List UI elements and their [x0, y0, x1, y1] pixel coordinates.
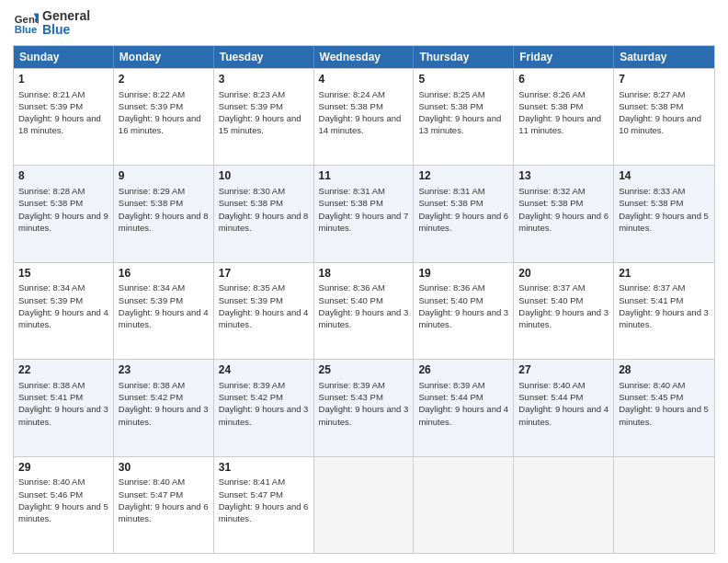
cal-cell-w2-5: 20Sunrise: 8:37 AMSunset: 5:40 PMDayligh…	[514, 263, 614, 359]
cal-cell-w4-6	[614, 457, 714, 553]
col-header-friday: Friday	[514, 46, 614, 68]
cal-cell-w2-2: 17Sunrise: 8:35 AMSunset: 5:39 PMDayligh…	[214, 263, 314, 359]
cal-cell-w3-6: 28Sunrise: 8:40 AMSunset: 5:45 PMDayligh…	[614, 360, 714, 455]
cal-cell-w0-2: 3Sunrise: 8:23 AMSunset: 5:39 PMDaylight…	[214, 69, 314, 165]
cal-cell-w1-1: 9Sunrise: 8:29 AMSunset: 5:38 PMDaylight…	[114, 166, 214, 261]
cal-cell-w3-5: 27Sunrise: 8:40 AMSunset: 5:44 PMDayligh…	[514, 360, 614, 455]
cal-cell-w4-1: 30Sunrise: 8:40 AMSunset: 5:47 PMDayligh…	[114, 457, 214, 553]
calendar-row-0: 1Sunrise: 8:21 AMSunset: 5:39 PMDaylight…	[14, 68, 714, 165]
cal-cell-w2-6: 21Sunrise: 8:37 AMSunset: 5:41 PMDayligh…	[614, 263, 714, 359]
cal-cell-w2-1: 16Sunrise: 8:34 AMSunset: 5:39 PMDayligh…	[114, 263, 214, 359]
col-header-monday: Monday	[114, 46, 214, 68]
calendar-row-2: 15Sunrise: 8:34 AMSunset: 5:39 PMDayligh…	[14, 262, 714, 359]
cal-cell-w0-3: 4Sunrise: 8:24 AMSunset: 5:38 PMDaylight…	[314, 69, 415, 165]
col-header-tuesday: Tuesday	[214, 46, 314, 68]
header: General Blue General Blue	[13, 9, 715, 38]
calendar-row-3: 22Sunrise: 8:38 AMSunset: 5:41 PMDayligh…	[14, 359, 714, 455]
calendar-row-4: 29Sunrise: 8:40 AMSunset: 5:46 PMDayligh…	[14, 456, 714, 553]
cal-cell-w3-3: 25Sunrise: 8:39 AMSunset: 5:43 PMDayligh…	[314, 360, 415, 455]
cal-cell-w4-5	[514, 457, 614, 553]
page: General Blue General Blue SundayMondayTu…	[0, 0, 728, 563]
cal-cell-w4-3	[314, 457, 415, 553]
cal-cell-w3-2: 24Sunrise: 8:39 AMSunset: 5:42 PMDayligh…	[214, 360, 314, 455]
svg-text:Blue: Blue	[15, 25, 38, 36]
logo-icon: General Blue	[13, 10, 39, 36]
logo: General Blue General Blue	[13, 9, 90, 38]
cal-cell-w1-0: 8Sunrise: 8:28 AMSunset: 5:38 PMDaylight…	[14, 166, 114, 261]
cal-cell-w1-5: 13Sunrise: 8:32 AMSunset: 5:38 PMDayligh…	[514, 166, 614, 261]
cal-cell-w1-4: 12Sunrise: 8:31 AMSunset: 5:38 PMDayligh…	[414, 166, 514, 261]
cal-cell-w4-4	[414, 457, 514, 553]
col-header-saturday: Saturday	[614, 46, 714, 68]
cal-cell-w0-6: 7Sunrise: 8:27 AMSunset: 5:38 PMDaylight…	[614, 69, 714, 165]
cal-cell-w2-4: 19Sunrise: 8:36 AMSunset: 5:40 PMDayligh…	[414, 263, 514, 359]
cal-cell-w2-0: 15Sunrise: 8:34 AMSunset: 5:39 PMDayligh…	[14, 263, 114, 359]
cal-cell-1: 1Sunrise: 8:21 AMSunset: 5:39 PMDaylight…	[14, 69, 114, 165]
cal-cell-w3-4: 26Sunrise: 8:39 AMSunset: 5:44 PMDayligh…	[414, 360, 514, 455]
cal-cell-w4-0: 29Sunrise: 8:40 AMSunset: 5:46 PMDayligh…	[14, 457, 114, 553]
calendar-header: SundayMondayTuesdayWednesdayThursdayFrid…	[14, 46, 714, 68]
cal-cell-w3-1: 23Sunrise: 8:38 AMSunset: 5:42 PMDayligh…	[114, 360, 214, 455]
cal-cell-w1-2: 10Sunrise: 8:30 AMSunset: 5:38 PMDayligh…	[214, 166, 314, 261]
cal-cell-w2-3: 18Sunrise: 8:36 AMSunset: 5:40 PMDayligh…	[314, 263, 415, 359]
cal-cell-w3-0: 22Sunrise: 8:38 AMSunset: 5:41 PMDayligh…	[14, 360, 114, 455]
col-header-wednesday: Wednesday	[314, 46, 415, 68]
cal-cell-w0-1: 2Sunrise: 8:22 AMSunset: 5:39 PMDaylight…	[114, 69, 214, 165]
cal-cell-w0-5: 6Sunrise: 8:26 AMSunset: 5:38 PMDaylight…	[514, 69, 614, 165]
cal-cell-w4-2: 31Sunrise: 8:41 AMSunset: 5:47 PMDayligh…	[214, 457, 314, 553]
cal-cell-w1-3: 11Sunrise: 8:31 AMSunset: 5:38 PMDayligh…	[314, 166, 415, 261]
cal-cell-w1-6: 14Sunrise: 8:33 AMSunset: 5:38 PMDayligh…	[614, 166, 714, 261]
col-header-sunday: Sunday	[14, 46, 114, 68]
logo-blue: Blue	[42, 23, 90, 37]
cal-cell-w0-4: 5Sunrise: 8:25 AMSunset: 5:38 PMDaylight…	[414, 69, 514, 165]
calendar-row-1: 8Sunrise: 8:28 AMSunset: 5:38 PMDaylight…	[14, 165, 714, 261]
calendar-body: 1Sunrise: 8:21 AMSunset: 5:39 PMDaylight…	[14, 68, 714, 553]
col-header-thursday: Thursday	[414, 46, 514, 68]
calendar: SundayMondayTuesdayWednesdayThursdayFrid…	[13, 45, 715, 554]
logo-general: General	[42, 9, 90, 23]
